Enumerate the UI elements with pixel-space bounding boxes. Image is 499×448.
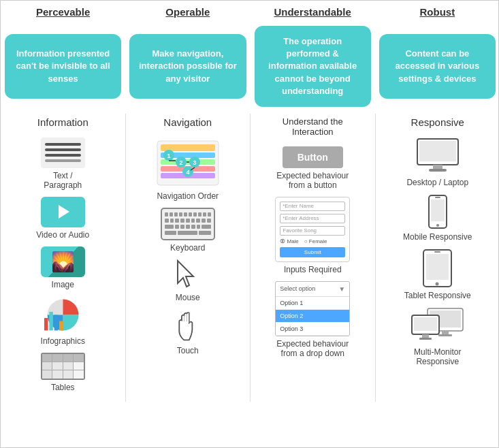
main-container: Percevable Operable Understandable Robus…	[1, 1, 499, 402]
video-label: Video or Audio	[36, 230, 89, 240]
inputs-required-label: Inputs Required	[284, 265, 342, 274]
text-paragraph-label: Text /Paragraph	[44, 171, 82, 190]
svg-rect-3	[54, 315, 58, 330]
column-navigation: Navigation 1 2	[126, 114, 251, 402]
item-image: Image	[5, 246, 121, 289]
columns-row: Information Text /Paragraph Video or Aud…	[1, 111, 499, 402]
svg-text:3: 3	[193, 159, 196, 166]
teal-text-1: Information presented can't be invisible…	[12, 48, 114, 85]
dropdown-item-3: Option 3	[276, 323, 349, 336]
teal-box-3: The operation performed & information av…	[255, 26, 371, 107]
form-song-input: Favorite Song	[280, 226, 345, 236]
header-understandable: Understandable	[251, 1, 375, 22]
teal-box-4: Content can be accessed in various setti…	[379, 34, 496, 99]
item-multimonitor: Multi-MonitorResponsive	[380, 307, 496, 366]
svg-point-32	[436, 224, 439, 227]
column-understandable: Understand theInteraction Button Expecte…	[251, 114, 376, 402]
desktop-icon	[414, 138, 462, 175]
svg-rect-37	[434, 251, 440, 253]
dropdown-item-2: Option 2	[276, 310, 349, 323]
item-mobile: Mobile Responsive	[380, 194, 496, 242]
col1-title: Information	[37, 116, 88, 131]
header-row: Percevable Operable Understandable Robus…	[1, 1, 499, 22]
svg-rect-41	[438, 334, 452, 336]
mouse-label: Mouse	[176, 293, 200, 302]
teal-row: Information presented can't be invisible…	[1, 22, 499, 111]
dropdown-header: Select option ▼	[276, 282, 349, 297]
button-demo-label: Expected behaviourfrom a button	[276, 171, 349, 190]
teal-text-3: The operation performed & information av…	[261, 35, 364, 97]
svg-rect-33	[435, 197, 440, 198]
touch-label: Touch	[177, 346, 199, 355]
svg-rect-2	[49, 312, 53, 331]
col3-title: Understand theInteraction	[283, 116, 343, 140]
header-operable-label: Operable	[165, 6, 210, 18]
svg-rect-40	[442, 331, 449, 334]
svg-text:2: 2	[179, 159, 182, 166]
image-icon	[41, 246, 85, 277]
table-icon	[41, 353, 85, 380]
svg-text:4: 4	[186, 169, 189, 176]
svg-rect-43	[414, 317, 437, 331]
form-submit-btn: Submit	[280, 247, 345, 257]
tablet-label: Tablet Responsive	[404, 291, 471, 300]
item-desktop: Desktop / Laptop	[380, 138, 496, 187]
item-button-demo: Button Expected behaviourfrom a button	[255, 146, 371, 190]
nav-order-icon: 1 2 3 4	[154, 138, 222, 189]
dropdown-label: Expected behaviourfrom a drop down	[276, 339, 349, 358]
svg-rect-28	[433, 165, 442, 169]
header-understandable-label: Understandable	[274, 6, 351, 18]
keyboard-label: Keyboard	[170, 243, 205, 253]
text-paragraph-icon	[41, 138, 85, 168]
svg-rect-44	[422, 334, 429, 338]
infographics-label: Infographics	[41, 336, 85, 346]
item-touch: Touch	[130, 309, 246, 355]
svg-rect-29	[429, 169, 447, 172]
col4-title: Responsive	[411, 116, 464, 131]
form-name-input: *Enter Name	[280, 202, 345, 211]
teal-box-1: Information presented can't be invisible…	[5, 34, 121, 99]
header-robust: Robust	[375, 1, 499, 22]
svg-rect-4	[59, 321, 63, 331]
mobile-label: Mobile Responsive	[403, 232, 472, 242]
svg-rect-27	[419, 141, 456, 161]
item-nav-order: 1 2 3 4 Navigation Order	[130, 138, 246, 201]
header-percevable-label: Percevable	[36, 6, 90, 18]
teal-text-2: Make navigation, interaction possible fo…	[136, 48, 239, 85]
nav-order-label: Navigation Order	[157, 191, 219, 201]
mobile-icon	[428, 194, 448, 229]
dropdown-icon: Select option ▼ Option 1 Option 2 Option…	[275, 281, 350, 336]
form-icon: *Enter Name *Enter Address Favorite Song…	[275, 197, 350, 262]
chevron-icon: ▼	[338, 285, 345, 293]
teal-box-2: Make navigation, interaction possible fo…	[129, 34, 246, 99]
svg-rect-1	[44, 318, 48, 330]
desktop-label: Desktop / Laptop	[406, 178, 468, 187]
item-tables: Tables	[5, 353, 121, 392]
svg-rect-45	[419, 338, 432, 340]
item-keyboard: Keyboard	[130, 208, 246, 253]
header-percevable: Percevable	[1, 1, 125, 22]
svg-text:1: 1	[167, 153, 170, 159]
col2-title: Navigation	[163, 116, 212, 131]
teal-cell-1: Information presented can't be invisible…	[1, 22, 125, 111]
keyboard-icon	[161, 208, 215, 240]
teal-text-4: Content can be accessed in various setti…	[386, 48, 489, 85]
tablet-icon	[422, 249, 453, 288]
svg-rect-35	[426, 254, 449, 280]
infographic-icon	[44, 296, 82, 334]
form-radio-group: ⦿ Male○ Female	[280, 238, 345, 244]
item-video-audio: Video or Audio	[5, 197, 121, 240]
svg-rect-31	[431, 199, 445, 221]
svg-marker-22	[178, 261, 193, 287]
item-text-paragraph: Text /Paragraph	[5, 138, 121, 190]
teal-cell-4: Content can be accessed in various setti…	[375, 22, 499, 111]
header-robust-label: Robust	[420, 6, 455, 18]
teal-cell-2: Make navigation, interaction possible fo…	[125, 22, 250, 111]
svg-point-36	[436, 282, 439, 285]
item-inputs-required: *Enter Name *Enter Address Favorite Song…	[255, 197, 371, 274]
form-address-input: *Enter Address	[280, 214, 345, 223]
column-robust: Responsive Desktop / Laptop	[376, 114, 500, 402]
tables-label: Tables	[51, 383, 75, 392]
item-tablet: Tablet Responsive	[380, 249, 496, 300]
mouse-cursor-icon	[174, 259, 202, 290]
